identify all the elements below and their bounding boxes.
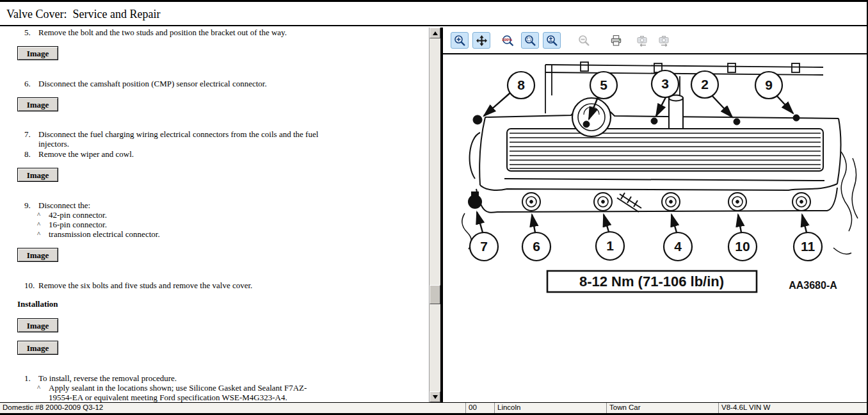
bullet-icon: ^	[37, 220, 49, 229]
status-model: Town Car	[607, 403, 719, 413]
image-next-button[interactable]	[655, 32, 673, 49]
subitem-text: Apply sealant in the locations shown; us…	[49, 383, 324, 402]
wiring-connector	[617, 193, 641, 212]
valve-cover-torque-diagram: 8 5 3 2 9 7 6 1 4 10 11 8-12 Nm (71-106 …	[443, 56, 865, 403]
installation-heading: Installation	[17, 299, 58, 309]
step-number: 7.	[24, 129, 38, 149]
oil-filler-cap-icon	[572, 98, 611, 136]
zoom-dynamic-button[interactable]	[543, 32, 561, 49]
pan-button[interactable]	[472, 32, 490, 49]
svg-text:3: 3	[661, 76, 669, 91]
step-9-subitem: ^ 42-pin connector.	[37, 210, 324, 220]
print-button[interactable]	[607, 32, 625, 49]
bullet-icon: ^	[37, 210, 49, 220]
step-number: 6.	[24, 79, 38, 88]
zoom-in-button[interactable]	[451, 32, 469, 49]
step-text: To install, reverse the removal procedur…	[38, 373, 333, 383]
svg-text:9: 9	[765, 77, 773, 92]
status-engine: V8-4.6L VIN W	[719, 403, 868, 413]
svg-text:7: 7	[480, 239, 488, 254]
magnifier-region-icon	[524, 35, 536, 47]
step-text: Remove the wiper and cowl.	[38, 149, 333, 159]
torque-spec-box: 8-12 Nm (71-106 lb/in)	[547, 271, 757, 292]
status-product: Domestic #8 2000-2009 Q3-12	[0, 403, 466, 413]
callout-7: 7	[470, 232, 498, 261]
callout-1: 1	[596, 232, 624, 260]
figure-id: AA3680-A	[789, 280, 837, 291]
callout-3: 3	[652, 70, 679, 97]
image-button[interactable]: Image	[17, 341, 58, 355]
step-number: 9.	[24, 200, 38, 210]
step-7: 7. Disconnect the fuel charging wiring e…	[24, 129, 333, 149]
image-viewer-panel: 100%	[443, 28, 868, 402]
step-6: 6. Disconnect the camshaft position (CMP…	[24, 79, 333, 88]
image-button[interactable]: Image	[17, 168, 58, 182]
svg-text:6: 6	[533, 239, 540, 254]
step-text: Remove the bolt and the two studs and po…	[38, 28, 333, 37]
svg-text:4: 4	[674, 239, 682, 254]
step-text: Disconnect the camshaft position (CMP) s…	[38, 79, 333, 88]
scroll-down-icon[interactable]	[430, 391, 440, 402]
diagram-viewport[interactable]: 8 5 3 2 9 7 6 1 4 10 11 8-12 Nm (71-106 …	[443, 56, 868, 402]
bolt-11	[792, 193, 810, 211]
step-number: 10.	[24, 281, 38, 290]
magnifier-plus-small-icon	[546, 35, 558, 47]
scroll-up-icon[interactable]	[430, 28, 440, 38]
main-area: 5. Remove the bolt and the two studs and…	[0, 28, 868, 402]
zoom-region-button[interactable]	[521, 32, 539, 49]
svg-text:100%: 100%	[502, 37, 512, 42]
image-button[interactable]: Image	[17, 318, 58, 332]
step-1-subitem: ^ Apply sealant in the locations shown; …	[37, 383, 324, 402]
callout-11: 11	[794, 232, 822, 261]
step-text: Disconnect the fuel charging wiring elec…	[38, 129, 333, 149]
status-make: Lincoln	[495, 403, 607, 413]
image-button[interactable]: Image	[17, 97, 58, 111]
step-number: 5.	[24, 28, 38, 37]
subitem-text: transmission electrical connector.	[49, 229, 324, 239]
printer-icon	[610, 35, 622, 47]
bolt-10	[728, 193, 746, 211]
step-1-install: 1. To install, reverse the removal proce…	[24, 373, 333, 383]
image-toolbar: 100%	[443, 28, 868, 54]
procedure-document-panel: 5. Remove the bolt and the two studs and…	[0, 28, 429, 402]
callout-2: 2	[691, 71, 718, 98]
step-9-subitem: ^ transmission electrical connector.	[37, 229, 324, 239]
bullet-icon: ^	[37, 383, 49, 402]
image-previous-button[interactable]	[634, 32, 652, 49]
svg-text:10: 10	[735, 239, 750, 254]
breather-tube	[669, 95, 683, 129]
step-8: 8. Remove the wiper and cowl.	[24, 149, 333, 159]
step-number: 8.	[24, 149, 38, 159]
scrollbar-thumb[interactable]	[430, 285, 440, 304]
image-button[interactable]: Image	[17, 46, 58, 60]
bolt-6	[522, 193, 540, 211]
pan-arrows-icon	[476, 35, 488, 47]
magnifier-minus-icon	[578, 35, 590, 47]
svg-text:11: 11	[801, 239, 816, 254]
step-text: Disconnect the:	[38, 200, 333, 210]
doc-scrollbar[interactable]	[429, 28, 440, 402]
svg-text:5: 5	[600, 77, 607, 92]
image-button[interactable]: Image	[17, 248, 58, 262]
step-9-subitem: ^ 16-pin connector.	[37, 220, 324, 229]
step-9: 9. Disconnect the:	[24, 200, 333, 210]
camera-right-arrow-icon	[658, 35, 671, 47]
callout-4: 4	[664, 232, 692, 261]
page-title: Valve Cover: Service and Repair	[0, 2, 868, 21]
status-bar: Domestic #8 2000-2009 Q3-12 00 Lincoln T…	[0, 402, 868, 413]
callout-5: 5	[590, 72, 617, 99]
zoom-100-button[interactable]: 100%	[499, 32, 517, 49]
magnifier-100-icon: 100%	[502, 35, 515, 47]
bolt-4	[662, 193, 680, 211]
svg-text:8: 8	[517, 77, 525, 92]
magnifier-plus-icon	[454, 35, 466, 47]
step-text: Remove the six bolts and five studs and …	[38, 281, 333, 290]
step-5: 5. Remove the bolt and the two studs and…	[24, 28, 333, 37]
callout-6: 6	[522, 232, 551, 261]
svg-text:2: 2	[701, 77, 709, 92]
camera-left-arrow-icon	[636, 35, 649, 47]
title-bar: Valve Cover: Service and Repair	[0, 2, 868, 26]
status-code: 00	[466, 403, 495, 413]
zoom-out-button[interactable]	[575, 32, 593, 49]
svg-text:8-12 Nm (71-106 lb/in): 8-12 Nm (71-106 lb/in)	[579, 273, 724, 289]
